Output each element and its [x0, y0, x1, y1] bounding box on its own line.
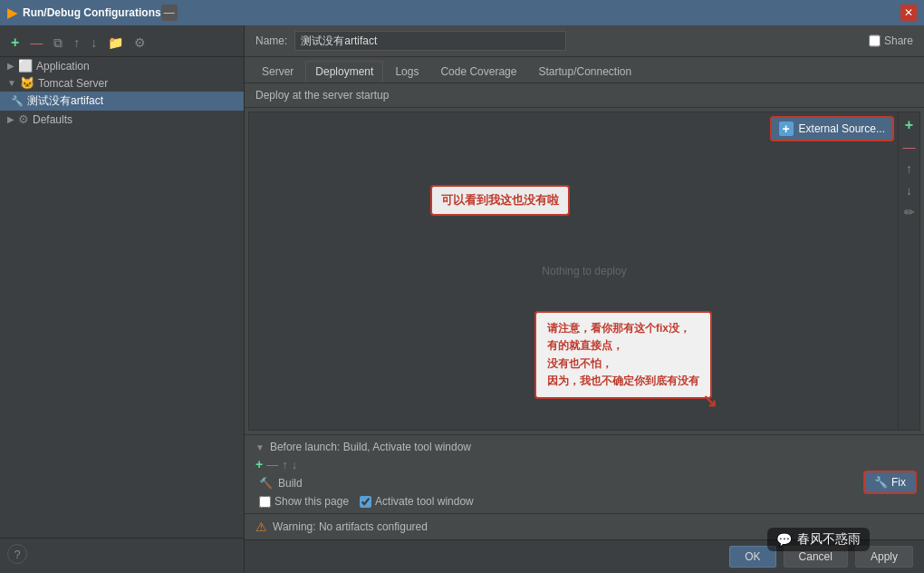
defaults-label: Defaults	[33, 113, 72, 126]
tree-arrow-tomcat: ▼	[7, 78, 16, 88]
left-panel: + — ⧉ ↑ ↓ 📁 ⚙ ▶ ⬜ Application ▼ 🐱 Tomcat…	[0, 25, 245, 573]
before-launch-arrow: ▼	[255, 442, 265, 452]
before-launch-header: ▼ Before launch: Build, Activate tool wi…	[255, 441, 913, 453]
before-launch-add[interactable]: +	[255, 457, 263, 471]
build-icon: 🔨	[259, 477, 273, 490]
fix-popup[interactable]: 🔧 Fix	[863, 471, 917, 494]
add-config-button[interactable]: +	[7, 33, 23, 53]
warning-text: Warning: No artifacts configured	[273, 520, 428, 533]
name-row: Name: Share	[245, 25, 924, 57]
settings-button[interactable]: ⚙	[130, 34, 149, 52]
tomcat-icon: 🐱	[20, 76, 34, 90]
options-row: Show this page Activate tool window	[255, 495, 913, 508]
tree-arrow: ▶	[7, 61, 14, 71]
plus-icon: +	[779, 121, 794, 136]
warning-icon: ⚠	[255, 520, 267, 534]
before-launch-remove[interactable]: —	[266, 458, 278, 471]
share-row: Share	[869, 31, 913, 51]
fix-icon: 🔧	[874, 476, 888, 489]
move-down-button[interactable]: ↓	[87, 34, 101, 52]
tab-coverage[interactable]: Code Coverage	[430, 61, 526, 83]
before-launch-up[interactable]: ↑	[282, 458, 288, 471]
before-launch-down[interactable]: ↓	[292, 458, 298, 471]
deploy-down-button[interactable]: ↓	[900, 181, 919, 199]
show-page-checkbox[interactable]	[259, 496, 271, 508]
help-section: ?	[0, 538, 244, 569]
deploy-add-button[interactable]: +	[900, 116, 919, 134]
application-label: Application	[36, 60, 90, 73]
before-launch-toolbar: + — ↑ ↓	[255, 457, 913, 471]
sidebar-item-defaults[interactable]: ▶ ⚙ Defaults	[0, 111, 244, 128]
deploy-side-toolbar: + — ↑ ↓ ✏	[898, 112, 919, 430]
deploy-edit-button[interactable]: ✏	[900, 203, 919, 221]
share-checkbox[interactable]	[869, 31, 881, 51]
content-area: Deploy at the server startup Nothing to …	[245, 83, 924, 539]
title-bar: ▶ Run/Debug Configurations — ✕	[0, 0, 924, 25]
callout-text: 请注意，看你那有这个fix没， 有的就直接点， 没有也不怕， 因为，我也不确定你…	[547, 322, 699, 387]
right-panel: Name: Share Server Deployment Logs Code …	[245, 25, 924, 573]
annotation-box-1: 可以看到我这也没有啦	[430, 185, 570, 216]
wechat-icon: 💬	[776, 532, 792, 547]
app-icon: ▶	[7, 5, 17, 20]
share-label: Share	[884, 34, 913, 47]
window-title: Run/Debug Configurations	[23, 6, 161, 19]
fix-label: Fix	[891, 476, 906, 489]
sidebar-item-application[interactable]: ▶ ⬜ Application	[0, 57, 244, 74]
close-button[interactable]: ✕	[900, 5, 917, 21]
artifact-label: 测试没有artifact	[27, 93, 103, 109]
external-source-popup[interactable]: + External Source...	[770, 116, 894, 141]
main-container: + — ⧉ ↑ ↓ 📁 ⚙ ▶ ⬜ Application ▼ 🐱 Tomcat…	[0, 25, 924, 573]
callout-box: 请注意，看你那有这个fix没， 有的就直接点， 没有也不怕， 因为，我也不确定你…	[534, 311, 712, 399]
build-item: 🔨 Build	[255, 475, 913, 491]
watermark: 💬 春风不惑雨	[767, 528, 870, 551]
activate-window-checkbox[interactable]	[360, 496, 371, 508]
move-up-button[interactable]: ↑	[70, 34, 83, 52]
help-button[interactable]: ?	[7, 544, 27, 564]
deploy-header: Deploy at the server startup	[245, 83, 924, 108]
artifact-icon: 🔧	[11, 95, 24, 107]
tab-logs[interactable]: Logs	[385, 61, 428, 83]
tomcat-label: Tomcat Server	[38, 77, 108, 90]
before-launch-section: ▼ Before launch: Build, Activate tool wi…	[245, 434, 924, 513]
folder-button[interactable]: 📁	[104, 34, 127, 52]
minimize-button[interactable]: —	[161, 5, 178, 21]
copy-config-button[interactable]: ⧉	[50, 34, 66, 53]
build-label: Build	[278, 477, 303, 490]
defaults-icon: ⚙	[18, 112, 29, 126]
sidebar-item-tomcat[interactable]: ▼ 🐱 Tomcat Server	[0, 74, 244, 92]
tab-server[interactable]: Server	[252, 61, 303, 83]
watermark-text: 春风不惑雨	[797, 531, 861, 548]
left-toolbar: + — ⧉ ↑ ↓ 📁 ⚙	[0, 29, 244, 57]
tree-arrow-defaults: ▶	[7, 114, 14, 124]
tab-startup[interactable]: Startup/Connection	[528, 61, 641, 83]
show-page-option[interactable]: Show this page	[259, 495, 349, 508]
deploy-remove-button[interactable]: —	[900, 138, 919, 156]
activate-window-option[interactable]: Activate tool window	[360, 495, 474, 508]
application-icon: ⬜	[18, 59, 33, 73]
sidebar-item-artifact[interactable]: 🔧 测试没有artifact	[0, 92, 244, 111]
name-input[interactable]	[294, 31, 566, 51]
external-source-label: External Source...	[799, 122, 885, 135]
tab-deployment[interactable]: Deployment	[305, 61, 383, 83]
remove-config-button[interactable]: —	[26, 34, 46, 52]
before-launch-label: Before launch: Build, Activate tool wind…	[270, 441, 471, 453]
deploy-up-button[interactable]: ↑	[900, 160, 919, 178]
tabs-bar: Server Deployment Logs Code Coverage Sta…	[245, 57, 924, 83]
name-label: Name:	[255, 34, 287, 47]
